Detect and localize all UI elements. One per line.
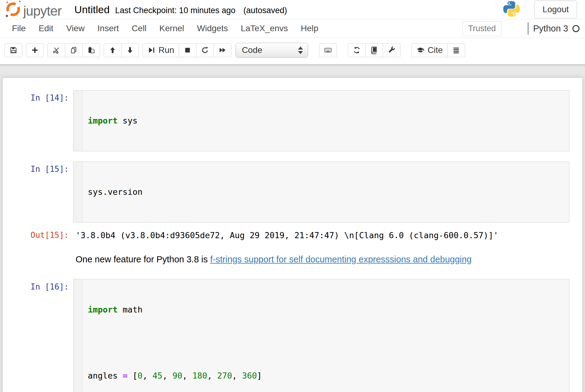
python-logo-icon — [503, 0, 520, 19]
code-gutter — [73, 279, 83, 392]
restart-run-all-icon — [218, 46, 226, 54]
run-cell-button[interactable]: Run — [143, 43, 179, 57]
table-of-contents-icon — [452, 46, 460, 54]
latex-settings-button[interactable] — [383, 43, 401, 57]
markdown-text: One new feature for Python 3.8 is — [76, 254, 210, 264]
code-token: sys.version — [88, 187, 143, 197]
move-cell-down-button[interactable] — [121, 43, 139, 57]
code-token: [ — [128, 371, 138, 380]
paste-icon — [87, 46, 95, 54]
code-token: 90 — [172, 371, 182, 380]
menu-cell[interactable]: Cell — [125, 20, 153, 36]
interrupt-kernel-button[interactable] — [179, 43, 196, 57]
menu-kernel[interactable]: Kernel — [153, 20, 191, 36]
input-prompt: In [16]: — [3, 279, 73, 392]
cite-button[interactable]: Cite — [412, 43, 448, 57]
notebook-container: In [14]: import sys In [15]: sys.version — [2, 78, 583, 392]
add-cell-button[interactable] — [26, 43, 44, 57]
code-line: import sys — [88, 115, 566, 126]
restart-run-all-button[interactable] — [214, 43, 231, 57]
code-gutter — [73, 162, 83, 222]
code-token: angles — [88, 371, 123, 380]
save-button[interactable] — [5, 43, 22, 57]
jupyter-logo-text: jupyter — [23, 3, 61, 19]
add-cell-icon — [31, 46, 39, 54]
kernel-idle-indicator-icon — [572, 25, 579, 32]
code-token: 360 — [242, 371, 257, 380]
menu-view[interactable]: View — [60, 20, 91, 36]
code-token: , — [182, 371, 192, 380]
jupyter-notebook-app: jupyter Untitled Last Checkpoint: 10 min… — [0, 0, 585, 392]
restart-kernel-button[interactable] — [196, 43, 214, 57]
code-token: math — [118, 305, 143, 314]
run-icon — [147, 46, 155, 54]
output-text: '3.8.0b4 (v3.8.0b4:d93605de72, Aug 29 20… — [73, 230, 508, 240]
keyboard-icon — [324, 46, 332, 54]
save-icon — [9, 46, 17, 54]
read-bibliography-button[interactable] — [365, 43, 383, 57]
paste-cells-button[interactable] — [82, 43, 100, 57]
input-prompt: In [14]: — [3, 90, 73, 151]
code-token: , — [207, 371, 217, 380]
menu-latex-envs[interactable]: LaTeX_envs — [234, 20, 294, 36]
menu-help[interactable]: Help — [294, 20, 325, 36]
checkpoint-status: Last Checkpoint: 10 minutes ago — [115, 6, 235, 15]
menu-file[interactable]: File — [6, 20, 32, 36]
header-right: Logout — [503, 0, 577, 19]
title-block: Untitled Last Checkpoint: 10 minutes ago… — [74, 4, 287, 16]
markdown-content: One new feature for Python 3.8 is f-stri… — [73, 254, 471, 264]
table-of-contents-button[interactable] — [447, 43, 465, 57]
jupyter-logo[interactable]: jupyter — [5, 0, 61, 19]
fstrings-doc-link[interactable]: f-strings support for self documenting e… — [210, 254, 471, 264]
cut-cells-button[interactable] — [47, 43, 65, 57]
dropdown-arrows-icon — [298, 46, 303, 54]
refresh-bibliography-icon — [353, 46, 361, 54]
kernel-name: Python 3 — [533, 24, 568, 34]
code-input-area[interactable]: import math angles = [0, 45, 90, 180, 27… — [73, 279, 569, 392]
cite-button-label: Cite — [427, 45, 443, 55]
command-palette-button[interactable] — [319, 43, 337, 57]
cut-icon — [52, 46, 60, 54]
autosave-status: (autosaved) — [244, 6, 287, 15]
code-cell-16: In [16]: import math angles = [0, 45, 90… — [3, 279, 582, 392]
markdown-prompt-spacer — [3, 254, 73, 264]
code-input-area[interactable]: import sys — [73, 90, 569, 151]
code-line: angles = [0, 45, 90, 180, 270, 360] — [88, 370, 566, 381]
menu-edit[interactable]: Edit — [32, 20, 60, 36]
code-token: 0 — [138, 371, 143, 380]
menubar-separator — [528, 22, 528, 35]
menu-insert[interactable]: Insert — [91, 20, 125, 36]
graduation-cap-icon — [416, 46, 424, 54]
code-line — [88, 337, 566, 348]
cell-type-dropdown[interactable]: Code — [236, 43, 308, 57]
code-input-area[interactable]: sys.version — [73, 161, 569, 223]
code-token: ] — [257, 371, 262, 380]
code-token: sys — [118, 116, 138, 125]
output-prompt: Out[15]: — [3, 230, 73, 240]
menubar-right: Trusted Python 3 — [463, 21, 579, 36]
copy-icon — [70, 46, 78, 54]
move-down-icon — [126, 46, 134, 54]
refresh-bibliography-button[interactable] — [348, 43, 366, 57]
move-up-icon — [109, 46, 117, 54]
notebook-title[interactable]: Untitled — [74, 4, 110, 16]
code-token: 270 — [217, 371, 232, 380]
restart-icon — [201, 46, 209, 54]
move-cell-up-button[interactable] — [104, 43, 121, 57]
trusted-badge[interactable]: Trusted — [463, 21, 501, 36]
run-button-label: Run — [158, 45, 174, 55]
code-token: 45 — [152, 371, 162, 380]
code-token: , — [162, 371, 173, 380]
copy-cells-button[interactable] — [65, 43, 83, 57]
code-token — [88, 338, 93, 347]
code-line: sys.version — [88, 187, 566, 198]
code-gutter — [73, 91, 83, 151]
code-token: , — [143, 371, 153, 380]
code-line: import math — [88, 304, 566, 315]
notebook-site: In [14]: import sys In [15]: sys.version — [0, 64, 585, 392]
header: jupyter Untitled Last Checkpoint: 10 min… — [0, 0, 585, 19]
code-token: = — [123, 371, 128, 380]
menu-widgets[interactable]: Widgets — [191, 20, 234, 36]
logout-button[interactable]: Logout — [534, 1, 577, 18]
code-token: , — [232, 371, 242, 380]
